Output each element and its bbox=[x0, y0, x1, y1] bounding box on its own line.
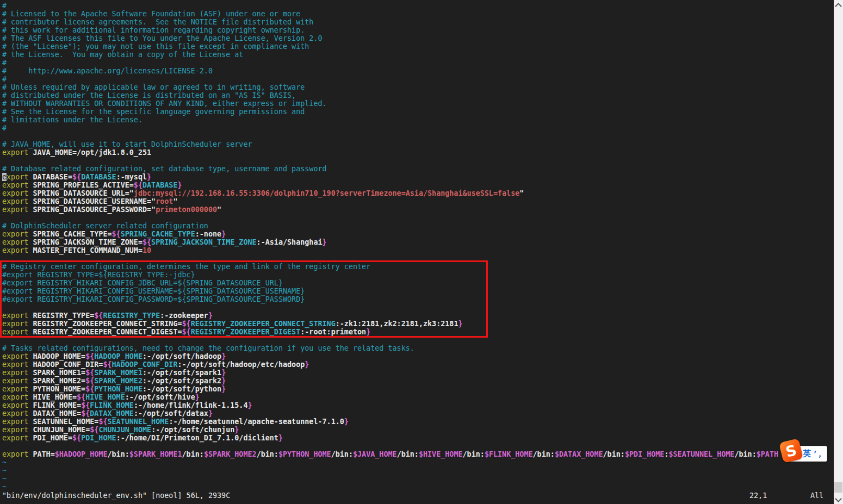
token: DATAX_HOME bbox=[90, 409, 134, 418]
code-line: # http://www.apache.org/licenses/LICENSE… bbox=[2, 67, 834, 75]
token: $SEATUNNEL_HOME bbox=[669, 450, 735, 458]
code-line: export REGISTRY_ZOOKEEPER_CONNECT_STRING… bbox=[2, 320, 834, 328]
token: export bbox=[2, 328, 28, 336]
token: $HADOOP_HOME bbox=[55, 450, 108, 458]
token: } bbox=[221, 385, 226, 393]
token: SPRING_DATASOURCE_USERNAME=" bbox=[28, 197, 156, 206]
token: primeton000000 bbox=[156, 206, 217, 214]
cursor-position: 22,1 bbox=[749, 491, 767, 500]
code-line: export HADOOP_CONF_DIR=${HADOOP_CONF_DIR… bbox=[2, 360, 834, 369]
token: } bbox=[221, 230, 226, 238]
token: ${ bbox=[85, 352, 94, 360]
code-line: #export REGISTRY_HIKARI_CONFIG_USERNAME=… bbox=[2, 287, 834, 295]
scrollbar[interactable] bbox=[834, 0, 843, 504]
token: # Tasks related configurations, need to … bbox=[2, 344, 414, 352]
token: root bbox=[156, 197, 173, 206]
code-line bbox=[2, 336, 834, 344]
token: ${ bbox=[85, 369, 94, 377]
terminal-window: ## Licensed to the Apache Software Found… bbox=[0, 0, 843, 504]
token: PYTHON_HOME= bbox=[28, 385, 85, 393]
token: export bbox=[2, 312, 28, 320]
scrollbar-down-arrow-icon[interactable] bbox=[835, 495, 842, 502]
token: # Database related configuration, set da… bbox=[2, 165, 327, 173]
ime-punctuation-indicator[interactable]: ’, bbox=[813, 450, 823, 458]
code-line: # the License. You may obtain a copy of … bbox=[2, 51, 834, 59]
token: DATABASE bbox=[81, 173, 116, 181]
token: SPRING_PROFILES_ACTIVE= bbox=[28, 181, 133, 189]
token: :-zk1:2181,zk2:2181,zk3:2181 bbox=[336, 320, 458, 328]
token: ${ bbox=[77, 393, 85, 401]
token: :-/opt/soft/spark2 bbox=[142, 377, 221, 385]
token: #export REGISTRY_HIKARI_CONFIG_PASSWORD=… bbox=[2, 295, 305, 303]
token: : bbox=[664, 450, 668, 458]
token: REGISTRY_TYPE bbox=[103, 312, 160, 320]
code-line: # WITHOUT WARRANTIES OR CONDITIONS OF AN… bbox=[2, 99, 834, 108]
token: ${ bbox=[98, 418, 107, 426]
token: /bin: bbox=[734, 450, 756, 458]
code-line: # Registry center configuration, determi… bbox=[2, 263, 834, 271]
token: HADOOP_HOME= bbox=[28, 352, 85, 360]
scrollbar-thumb[interactable] bbox=[834, 482, 842, 493]
token: # See the License for the specific langu… bbox=[2, 108, 305, 116]
token: $SPARK_HOME2 bbox=[204, 450, 257, 458]
token: $JAVA_HOME bbox=[353, 450, 397, 458]
code-line: #export REGISTRY_HIKARI_CONFIG_JDBC_URL=… bbox=[2, 279, 834, 287]
code-line: export MASTER_FETCH_COMMAND_NUM=10 bbox=[2, 246, 834, 254]
status-bar: "bin/env/dolphinscheduler_env.sh" [noeol… bbox=[0, 491, 834, 500]
token: :-none bbox=[195, 230, 221, 238]
token: # DolphinScheduler server related config… bbox=[2, 222, 208, 230]
token: export bbox=[2, 393, 28, 401]
token: ${ bbox=[134, 181, 142, 189]
token: export bbox=[2, 426, 28, 434]
token: ${ bbox=[94, 312, 103, 320]
token: $FLINK_HOME bbox=[485, 450, 533, 458]
token: $DATAX_HOME bbox=[555, 450, 603, 458]
code-line: # (the "License"); you may not use this … bbox=[2, 42, 834, 51]
token: SEATUNNEL_HOME= bbox=[28, 418, 98, 426]
token: :-/opt/soft/chunjun bbox=[151, 426, 234, 434]
token: :-mysql bbox=[116, 173, 147, 181]
token: # distributed under the License is distr… bbox=[2, 91, 296, 99]
token: REGISTRY_ZOOKEEPER_CONNECT_DIGEST= bbox=[28, 328, 182, 336]
token: # The ASF licenses this file to You unde… bbox=[2, 34, 323, 42]
code-line: export DATABASE=${DATABASE:-mysql} bbox=[2, 173, 834, 181]
code-line: export SPRING_DATASOURCE_PASSWORD="prime… bbox=[2, 206, 834, 214]
token: #export REGISTRY_HIKARI_CONFIG_USERNAME=… bbox=[2, 287, 305, 295]
token: /bin: bbox=[331, 450, 353, 458]
scrollbar-up-arrow-icon[interactable] bbox=[835, 3, 842, 10]
token: /bin: bbox=[108, 450, 129, 458]
token: } bbox=[366, 328, 370, 336]
token: REGISTRY_TYPE= bbox=[28, 312, 94, 320]
token: HADOOP_CONF_DIR bbox=[112, 360, 178, 369]
code-line: #export REGISTRY_HIKARI_CONFIG_PASSWORD=… bbox=[2, 295, 834, 303]
token: ${ bbox=[85, 385, 94, 393]
token: ${ bbox=[81, 409, 90, 418]
editor-buffer[interactable]: ## Licensed to the Apache Software Found… bbox=[0, 2, 834, 491]
ime-widget[interactable]: 英 ’, S bbox=[781, 440, 830, 465]
token: /bin: bbox=[397, 450, 419, 458]
code-line: export SPRING_DATASOURCE_USERNAME="root" bbox=[2, 197, 834, 206]
token: export bbox=[2, 320, 28, 328]
sogou-logo-letter: S bbox=[784, 443, 798, 459]
code-line: export SEATUNNEL_HOME=${SEATUNNEL_HOME:-… bbox=[2, 418, 834, 426]
code-line: # this work for additional information r… bbox=[2, 26, 834, 34]
token: SPARK_HOME2= bbox=[28, 377, 85, 385]
token: :-/home/seatunnel/apache-seatunnel-7.1.0 bbox=[169, 418, 344, 426]
token: $PDI_HOME bbox=[625, 450, 665, 458]
token: ${ bbox=[112, 230, 121, 238]
code-line: export DATAX_HOME=${DATAX_HOME:-/opt/sof… bbox=[2, 409, 834, 418]
code-line: # contributor license agreements. See th… bbox=[2, 18, 834, 26]
token: :-/opt/soft/python bbox=[142, 385, 221, 393]
token: } bbox=[323, 238, 327, 246]
code-line: export REGISTRY_TYPE=${REGISTRY_TYPE:-zo… bbox=[2, 312, 834, 320]
token: # bbox=[2, 2, 7, 10]
token: /bin: bbox=[257, 450, 278, 458]
token: PDI_HOME= bbox=[28, 434, 72, 442]
token: } bbox=[177, 181, 182, 189]
code-line: #export REGISTRY_TYPE=${REGISTRY_TYPE:-j… bbox=[2, 271, 834, 279]
token: SPRING_JACKSON_TIME_ZONE bbox=[151, 238, 256, 246]
token: :-/opt/soft/hadoop bbox=[142, 352, 221, 360]
token: jdbc:mysql://192.168.16.55:3306/dolphin7… bbox=[134, 189, 519, 197]
code-line bbox=[2, 303, 834, 312]
ime-mode-indicator[interactable]: 英 bbox=[803, 449, 811, 459]
